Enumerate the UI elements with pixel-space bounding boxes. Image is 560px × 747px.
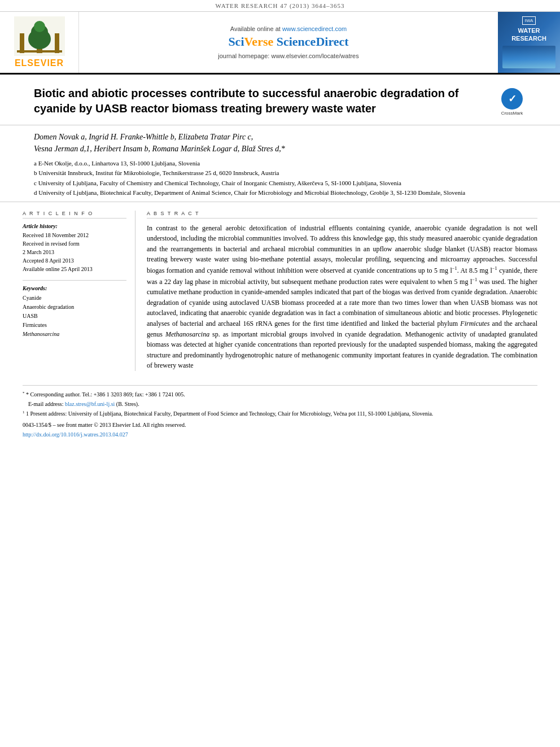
revised-date: 2 March 2013 bbox=[23, 248, 126, 256]
crossmark-block: ✓ CrossMark bbox=[498, 86, 526, 116]
affiliation-b: b Universität Innsbruck, Institut für Mi… bbox=[34, 169, 526, 177]
article-history-group: Article history: Received 18 November 20… bbox=[23, 223, 126, 273]
doi-link[interactable]: http://dx.doi.org/10.1016/j.watres.2013.… bbox=[23, 431, 128, 438]
abstract-header: A B S T R A C T bbox=[147, 211, 537, 219]
authors-section: Domen Novak a, Ingrid H. Franke-Whittle … bbox=[0, 125, 560, 202]
keyword-cyanide: Cyanide bbox=[23, 294, 126, 303]
affiliation-c: c University of Ljubljana, Faculty of Ch… bbox=[34, 179, 526, 187]
elsevier-label: ELSEVIER bbox=[15, 58, 64, 68]
available-online-text: Available online at www.sciencedirect.co… bbox=[230, 25, 347, 32]
keyword-uasb: UASB bbox=[23, 312, 126, 321]
header-center: Available online at www.sciencedirect.co… bbox=[79, 12, 498, 73]
water-graphic bbox=[502, 46, 555, 68]
author-line-2: Vesna Jerman d,1, Heribert Insam b, Roma… bbox=[34, 145, 285, 153]
doi-line: http://dx.doi.org/10.1016/j.watres.2013.… bbox=[23, 430, 537, 439]
available-online-date: Available online 25 April 2013 bbox=[23, 265, 126, 273]
footer-section: * * Corresponding author. Tel.: +386 1 3… bbox=[23, 385, 537, 439]
copyright-line: 0043-1354/$ – see front matter © 2013 El… bbox=[23, 421, 537, 429]
title-section: Biotic and abiotic processes contribute … bbox=[0, 75, 560, 125]
journal-citation: WATER RESEARCH 47 (2013) 3644–3653 bbox=[216, 2, 345, 9]
journal-bar: WATER RESEARCH 47 (2013) 3644–3653 bbox=[0, 0, 560, 12]
received-revised-label: Received in revised form bbox=[23, 239, 126, 248]
left-column: A R T I C L E I N F O Article history: R… bbox=[23, 211, 135, 371]
accepted-date: Accepted 8 April 2013 bbox=[23, 256, 126, 265]
elsevier-tree-image bbox=[14, 16, 65, 56]
keywords-label: Keywords: bbox=[23, 285, 126, 291]
verse-part: Verse bbox=[244, 34, 274, 49]
article-info-header: A R T I C L E I N F O bbox=[23, 211, 126, 219]
sciencedirect-url[interactable]: www.sciencedirect.com bbox=[282, 25, 347, 32]
water-research-logo: IWA WATER RESEARCH bbox=[498, 12, 560, 73]
abstract-text: In contrast to the general aerobic detox… bbox=[147, 223, 537, 371]
journal-homepage: journal homepage: www.elsevier.com/locat… bbox=[218, 53, 358, 59]
received-date: Received 18 November 2012 bbox=[23, 231, 126, 239]
sci-part: Sci bbox=[228, 34, 244, 49]
article-history-label: Article history: bbox=[23, 223, 126, 229]
right-column: A B S T R A C T In contrast to the gener… bbox=[147, 211, 537, 371]
crossmark-icon: ✓ bbox=[501, 88, 523, 110]
authors-line: Domen Novak a, Ingrid H. Franke-Whittle … bbox=[34, 131, 526, 155]
sciencedirect-part: ScienceDirect bbox=[277, 34, 349, 49]
affiliations: a E-Net Okolje, d.o.o., Linhartova 13, S… bbox=[34, 159, 526, 198]
svg-point-4 bbox=[34, 21, 45, 32]
email-link[interactable]: blaz.stres@bf.uni-lj.si bbox=[65, 401, 115, 407]
svg-rect-7 bbox=[17, 50, 62, 53]
svg-rect-6 bbox=[55, 33, 59, 53]
crossmark-label: CrossMark bbox=[501, 111, 523, 116]
keyword-firmicutes: Firmicutes bbox=[23, 321, 126, 330]
sciverse-logo: SciVerse ScienceDirect bbox=[228, 34, 348, 49]
author-line-1: Domen Novak a, Ingrid H. Franke-Whittle … bbox=[34, 133, 253, 141]
affiliation-d: d University of Ljubljana, Biotechnical … bbox=[34, 189, 526, 197]
keyword-anaerobic: Anaerobic degradation bbox=[23, 303, 126, 312]
svg-rect-5 bbox=[20, 33, 24, 53]
corresponding-note: * * Corresponding author. Tel.: +386 1 3… bbox=[23, 390, 537, 399]
keywords-section: Keywords: Cyanide Anaerobic degradation … bbox=[23, 280, 126, 339]
present-address-note: 1 1 Present address: University of Ljubl… bbox=[23, 409, 537, 418]
elsevier-logo-block: ELSEVIER bbox=[0, 12, 79, 73]
water-research-title: WATER RESEARCH bbox=[502, 27, 555, 42]
affiliation-a: a E-Net Okolje, d.o.o., Linhartova 13, S… bbox=[34, 159, 526, 168]
keyword-methanosarcina: Methanosarcina bbox=[23, 330, 126, 339]
email-note: E-mail address: blaz.stres@bf.uni-lj.si … bbox=[23, 400, 537, 408]
main-content: A R T I C L E I N F O Article history: R… bbox=[0, 202, 560, 379]
header-section: ELSEVIER Available online at www.science… bbox=[0, 12, 560, 75]
article-title: Biotic and abiotic processes contribute … bbox=[34, 86, 489, 116]
iwa-logo: IWA bbox=[522, 16, 536, 25]
